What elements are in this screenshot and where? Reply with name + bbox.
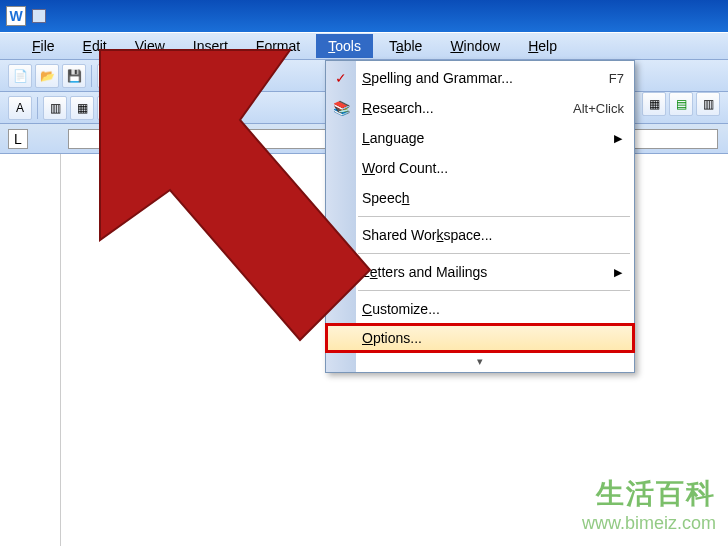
menu-view[interactable]: View: [123, 34, 177, 58]
toolbar-separator: [215, 65, 216, 87]
toolbar-separator: [91, 65, 92, 87]
menu-item-label: Research...: [362, 100, 573, 116]
open-icon[interactable]: 📂: [35, 64, 59, 88]
watermark: 生活百科 www.bimeiz.com: [582, 475, 716, 534]
menu-spelling-grammar[interactable]: ✓ Spelling and Grammar... F7: [326, 63, 634, 93]
watermark-text: 生活百科: [582, 475, 716, 513]
doc-icon: [32, 9, 46, 23]
menu-edit[interactable]: Edit: [71, 34, 119, 58]
style-icon[interactable]: A: [8, 96, 32, 120]
menu-item-label: Spelling and Grammar...: [362, 70, 609, 86]
menu-file[interactable]: File: [20, 34, 67, 58]
new-doc-icon[interactable]: 📄: [8, 64, 32, 88]
menu-shared-workspace[interactable]: Shared Workspace...: [326, 220, 634, 250]
menu-separator: [358, 290, 630, 291]
menu-word-count[interactable]: Word Count...: [326, 153, 634, 183]
toolbar-separator: [37, 97, 38, 119]
menu-item-label: Shared Workspace...: [362, 227, 624, 243]
menu-customize[interactable]: Customize...: [326, 294, 634, 324]
border-icon[interactable]: ▢: [97, 96, 121, 120]
menu-item-label: Customize...: [362, 301, 624, 317]
menu-format[interactable]: Format: [244, 34, 312, 58]
tab-selector[interactable]: L: [8, 129, 28, 149]
menu-options[interactable]: Options...: [325, 323, 635, 353]
save-icon[interactable]: 💾: [62, 64, 86, 88]
titlebar: W: [0, 0, 728, 32]
table-btn-icon[interactable]: ▦: [70, 96, 94, 120]
menu-letters-mailings[interactable]: Letters and Mailings ▶: [326, 257, 634, 287]
spellcheck-icon: ✓: [330, 67, 352, 89]
print-icon[interactable]: 🖨: [97, 64, 121, 88]
menu-tools[interactable]: Tools: [316, 34, 373, 58]
columns-btn-icon[interactable]: ▥: [43, 96, 67, 120]
menu-help[interactable]: Help: [516, 34, 569, 58]
menu-separator: [358, 216, 630, 217]
preview-icon[interactable]: 🔍: [124, 64, 148, 88]
menubar: File Edit View Insert Format Tools Table…: [0, 32, 728, 60]
menu-item-label: Speech: [362, 190, 624, 206]
menu-language[interactable]: Language ▶: [326, 123, 634, 153]
menu-table[interactable]: Table: [377, 34, 434, 58]
menu-item-label: Word Count...: [362, 160, 624, 176]
tools-dropdown: ✓ Spelling and Grammar... F7 📚 Research.…: [325, 60, 635, 373]
left-margin: [0, 154, 60, 546]
menu-research[interactable]: 📚 Research... Alt+Click: [326, 93, 634, 123]
menu-expand-chevron[interactable]: ▾: [326, 352, 634, 370]
menu-window[interactable]: Window: [438, 34, 512, 58]
menu-shortcut: F7: [609, 71, 624, 86]
word-app-icon: W: [6, 6, 26, 26]
research-icon: 📚: [330, 97, 352, 119]
menu-shortcut: Alt+Click: [573, 101, 624, 116]
submenu-arrow-icon: ▶: [614, 132, 622, 145]
watermark-url: www.bimeiz.com: [582, 513, 716, 534]
menu-insert[interactable]: Insert: [181, 34, 240, 58]
excel-icon[interactable]: ▤: [669, 92, 693, 116]
spellcheck-icon[interactable]: ✓: [159, 64, 183, 88]
cut-icon[interactable]: ✂: [221, 64, 245, 88]
merge-icon[interactable]: ⊟: [159, 96, 183, 120]
insert-rows-icon[interactable]: ⊞: [132, 96, 156, 120]
tables-icon[interactable]: ▦: [642, 92, 666, 116]
columns-icon[interactable]: ▥: [696, 92, 720, 116]
menu-item-label: Options...: [362, 330, 622, 346]
toolbar-separator: [126, 97, 127, 119]
submenu-arrow-icon: ▶: [614, 266, 622, 279]
menu-speech[interactable]: Speech: [326, 183, 634, 213]
menu-item-label: Language: [362, 130, 624, 146]
toolbar-separator: [153, 65, 154, 87]
menu-separator: [358, 253, 630, 254]
research-icon[interactable]: 📚: [186, 64, 210, 88]
menu-item-label: Letters and Mailings: [362, 264, 624, 280]
